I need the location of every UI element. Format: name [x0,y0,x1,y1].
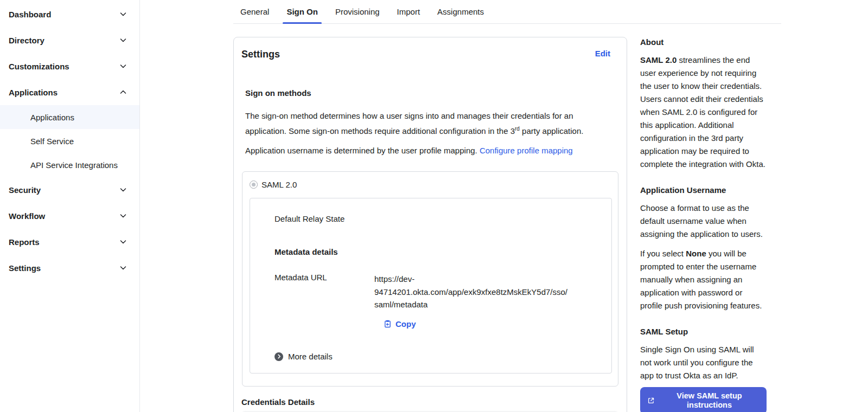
saml-setup-heading: SAML Setup [640,326,767,337]
chevron-down-icon [119,62,127,70]
tab-provisioning[interactable]: Provisioning [335,0,380,23]
help-panel: About SAML 2.0 streamlines the end user … [640,37,767,412]
edit-link[interactable]: Edit [595,49,610,58]
metadata-url-line: 94714201.okta.com/app/exk9xfxe8tzMskEkY5… [374,286,575,299]
tab-sign-on[interactable]: Sign On [286,0,318,23]
copy-metadata-url-button[interactable]: Copy [384,319,416,329]
sidebar-subitem-applications[interactable]: Applications [0,105,139,129]
more-details-label: More details [288,352,333,361]
sidebar-item-reports[interactable]: Reports [0,229,139,255]
description-text: party application. [520,126,584,136]
more-details-toggle[interactable]: More details [275,352,601,361]
credentials-details-heading: Credentials Details [241,397,618,407]
view-saml-setup-instructions-button[interactable]: View SAML setup instructions [640,387,767,412]
saml-setup-section: SAML Setup Single Sign On using SAML wil… [640,326,767,412]
sidebar-subitem-api-service-integrations[interactable]: API Service Integrations [0,153,139,177]
sidebar-item-applications[interactable]: Applications [0,79,139,105]
application-username-heading: Application Username [640,185,767,196]
sidebar-item-directory[interactable]: Directory [0,27,139,53]
tab-assignments[interactable]: Assignments [437,0,484,23]
button-label: View SAML setup instructions [659,391,760,410]
saml-setup-text: Single Sign On using SAML will not work … [640,343,767,382]
none-bold: None [686,249,706,258]
sidebar-subitem-label: Applications [30,113,74,122]
tab-general[interactable]: General [240,0,269,23]
sidebar-item-label: Dashboard [9,10,51,19]
ordinal-superscript: rd [515,126,520,132]
sidebar-subitem-label: API Service Integrations [30,160,118,170]
sidebar-item-label: Workflow [9,211,45,221]
sidebar-item-label: Security [9,185,41,195]
sidebar-item-security[interactable]: Security [0,177,139,203]
left-sidebar: Dashboard Directory Customizations Appli… [0,0,140,412]
external-link-icon [647,397,655,404]
about-section: About SAML 2.0 streamlines the end user … [640,37,767,171]
saml-method-box: SAML 2.0 Default Relay State Metadata de… [242,171,618,387]
application-username-line: Application username is determined by th… [245,144,616,157]
chevron-down-icon [119,185,127,194]
p2-text: If you select [640,249,686,258]
metadata-url-label: Metadata URL [275,273,374,311]
username-text: Application username is determined by th… [245,146,480,155]
tab-import[interactable]: Import [397,0,420,23]
clipboard-copy-icon [384,319,392,328]
metadata-details-heading: Metadata details [275,247,601,256]
chevron-down-icon [119,237,127,246]
sign-on-methods-heading: Sign on methods [245,88,616,98]
sidebar-item-label: Settings [9,263,41,273]
sidebar-item-workflow[interactable]: Workflow [0,203,139,229]
sidebar-item-settings[interactable]: Settings [0,255,139,281]
about-body-text: streamlines the end user experience by n… [640,55,765,169]
configure-profile-mapping-link[interactable]: Configure profile mapping [480,146,573,155]
sidebar-item-label: Reports [9,237,40,247]
sidebar-item-label: Applications [9,88,58,97]
chevron-up-icon [119,88,127,96]
saml-details-box: Default Relay State Metadata details Met… [250,198,612,374]
sidebar-subitem-self-service[interactable]: Self Service [0,129,139,153]
saml-radio-label: SAML 2.0 [261,180,297,189]
sidebar-item-customizations[interactable]: Customizations [0,53,139,79]
saml-radio-row: SAML 2.0 [242,172,618,189]
about-bold-lead: SAML 2.0 [640,55,676,65]
application-username-section: Application Username Choose a format to … [640,185,767,312]
settings-card: Settings Edit Sign on methods The sign-o… [233,37,627,412]
settings-title: Settings [241,49,280,60]
sidebar-subitem-label: Self Service [30,137,74,146]
chevron-down-icon [119,263,127,272]
saml-radio-button[interactable] [250,181,258,189]
application-username-p1: Choose a format to use as the default us… [640,202,767,241]
chevron-down-icon [119,211,127,220]
about-text: SAML 2.0 streamlines the end user experi… [640,54,767,171]
metadata-url-line: https://dev- [374,273,575,286]
metadata-url-line: saml/metadata [374,298,575,311]
sidebar-item-label: Directory [9,36,44,45]
settings-card-header: Settings Edit [234,37,627,60]
app-tabbar: General Sign On Provisioning Import Assi… [233,0,781,24]
chevron-down-icon [119,36,127,44]
sidebar-item-label: Customizations [9,62,69,71]
copy-label: Copy [395,319,416,329]
about-heading: About [640,37,767,48]
default-relay-state-label: Default Relay State [275,214,601,223]
application-username-p2: If you select None you will be prompted … [640,247,767,312]
sign-on-methods-description: The sign-on method determines how a user… [245,110,595,138]
sidebar-item-dashboard[interactable]: Dashboard [0,1,139,27]
chevron-right-circle-icon [275,352,283,361]
metadata-url-row: Metadata URL https://dev- 94714201.okta.… [275,273,601,311]
chevron-down-icon [119,10,127,18]
metadata-url-value: https://dev- 94714201.okta.com/app/exk9x… [374,273,575,311]
